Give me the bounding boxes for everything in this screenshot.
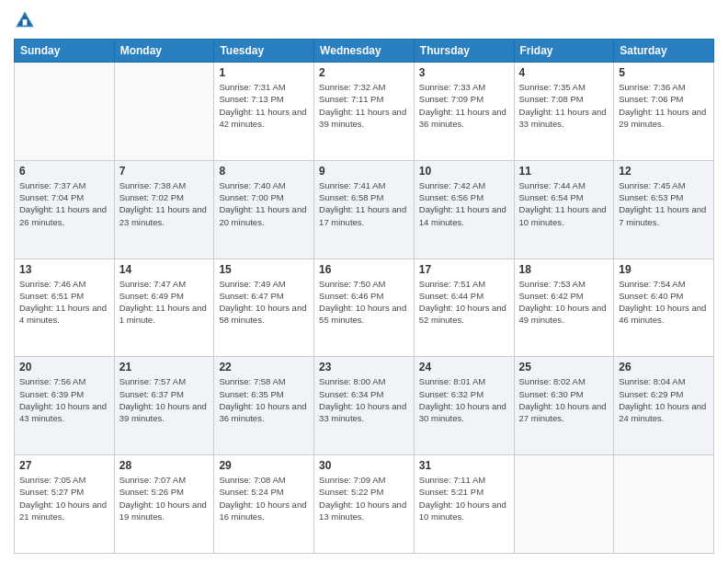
weekday-header-friday: Friday	[514, 40, 614, 63]
week-row-3: 13Sunrise: 7:46 AM Sunset: 6:51 PM Dayli…	[15, 259, 714, 357]
day-info: Sunrise: 7:40 AM Sunset: 7:00 PM Dayligh…	[219, 179, 309, 228]
calendar-cell: 4Sunrise: 7:35 AM Sunset: 7:08 PM Daylig…	[514, 63, 614, 161]
day-number: 31	[419, 459, 509, 472]
calendar-cell: 20Sunrise: 7:56 AM Sunset: 6:39 PM Dayli…	[15, 357, 115, 455]
day-number: 14	[119, 263, 210, 276]
calendar-cell: 27Sunrise: 7:05 AM Sunset: 5:27 PM Dayli…	[15, 455, 115, 554]
header	[14, 9, 714, 31]
logo	[14, 9, 40, 31]
calendar-cell: 6Sunrise: 7:37 AM Sunset: 7:04 PM Daylig…	[15, 160, 115, 259]
day-number: 7	[119, 165, 210, 178]
day-info: Sunrise: 8:04 AM Sunset: 6:29 PM Dayligh…	[619, 375, 709, 424]
day-number: 30	[319, 459, 409, 472]
day-number: 6	[19, 165, 109, 178]
week-row-2: 6Sunrise: 7:37 AM Sunset: 7:04 PM Daylig…	[15, 160, 714, 259]
day-info: Sunrise: 7:54 AM Sunset: 6:40 PM Dayligh…	[619, 278, 709, 327]
day-info: Sunrise: 7:05 AM Sunset: 5:27 PM Dayligh…	[19, 474, 109, 523]
day-info: Sunrise: 8:01 AM Sunset: 6:32 PM Dayligh…	[419, 375, 509, 424]
day-number: 21	[119, 361, 210, 373]
week-row-5: 27Sunrise: 7:05 AM Sunset: 5:27 PM Dayli…	[15, 455, 714, 554]
day-info: Sunrise: 7:37 AM Sunset: 7:04 PM Dayligh…	[19, 179, 109, 228]
calendar-cell	[15, 63, 115, 161]
calendar-cell: 25Sunrise: 8:02 AM Sunset: 6:30 PM Dayli…	[514, 357, 614, 455]
week-row-4: 20Sunrise: 7:56 AM Sunset: 6:39 PM Dayli…	[15, 357, 714, 455]
calendar-cell: 1Sunrise: 7:31 AM Sunset: 7:13 PM Daylig…	[214, 63, 314, 161]
weekday-header-monday: Monday	[114, 40, 214, 63]
day-number: 9	[319, 165, 409, 178]
day-number: 3	[419, 66, 509, 79]
weekday-header-wednesday: Wednesday	[314, 40, 415, 63]
day-info: Sunrise: 8:02 AM Sunset: 6:30 PM Dayligh…	[519, 375, 609, 424]
calendar-cell: 5Sunrise: 7:36 AM Sunset: 7:06 PM Daylig…	[614, 63, 714, 161]
calendar-cell	[514, 455, 614, 554]
calendar-cell: 3Sunrise: 7:33 AM Sunset: 7:09 PM Daylig…	[414, 63, 514, 161]
day-number: 11	[519, 165, 609, 178]
day-number: 23	[319, 361, 409, 373]
svg-rect-2	[23, 19, 28, 25]
calendar-cell	[614, 455, 714, 554]
day-info: Sunrise: 8:00 AM Sunset: 6:34 PM Dayligh…	[319, 375, 409, 424]
calendar-cell: 14Sunrise: 7:47 AM Sunset: 6:49 PM Dayli…	[114, 259, 214, 357]
day-number: 25	[519, 361, 609, 373]
day-info: Sunrise: 7:56 AM Sunset: 6:39 PM Dayligh…	[19, 375, 109, 424]
calendar-cell: 26Sunrise: 8:04 AM Sunset: 6:29 PM Dayli…	[614, 357, 714, 455]
weekday-header-row: SundayMondayTuesdayWednesdayThursdayFrid…	[15, 40, 714, 63]
day-info: Sunrise: 7:32 AM Sunset: 7:11 PM Dayligh…	[319, 81, 409, 130]
weekday-header-sunday: Sunday	[15, 40, 115, 63]
calendar-cell: 24Sunrise: 8:01 AM Sunset: 6:32 PM Dayli…	[414, 357, 514, 455]
calendar-cell: 13Sunrise: 7:46 AM Sunset: 6:51 PM Dayli…	[15, 259, 115, 357]
calendar-cell: 10Sunrise: 7:42 AM Sunset: 6:56 PM Dayli…	[414, 160, 514, 259]
day-number: 22	[219, 361, 309, 373]
day-number: 5	[619, 66, 709, 79]
day-number: 4	[519, 66, 609, 79]
day-number: 27	[19, 459, 109, 472]
calendar-cell: 23Sunrise: 8:00 AM Sunset: 6:34 PM Dayli…	[314, 357, 415, 455]
day-number: 29	[219, 459, 309, 472]
day-info: Sunrise: 7:51 AM Sunset: 6:44 PM Dayligh…	[419, 278, 509, 327]
day-info: Sunrise: 7:57 AM Sunset: 6:37 PM Dayligh…	[119, 375, 210, 424]
day-info: Sunrise: 7:33 AM Sunset: 7:09 PM Dayligh…	[419, 81, 509, 130]
calendar-table: SundayMondayTuesdayWednesdayThursdayFrid…	[14, 39, 714, 554]
calendar-cell: 29Sunrise: 7:08 AM Sunset: 5:24 PM Dayli…	[214, 455, 314, 554]
calendar-cell: 21Sunrise: 7:57 AM Sunset: 6:37 PM Dayli…	[114, 357, 214, 455]
day-number: 12	[619, 165, 709, 178]
day-info: Sunrise: 7:50 AM Sunset: 6:46 PM Dayligh…	[319, 278, 409, 327]
day-info: Sunrise: 7:07 AM Sunset: 5:26 PM Dayligh…	[119, 474, 210, 523]
day-info: Sunrise: 7:08 AM Sunset: 5:24 PM Dayligh…	[219, 474, 309, 523]
weekday-header-tuesday: Tuesday	[214, 40, 314, 63]
day-info: Sunrise: 7:35 AM Sunset: 7:08 PM Dayligh…	[519, 81, 609, 130]
calendar-cell: 9Sunrise: 7:41 AM Sunset: 6:58 PM Daylig…	[314, 160, 415, 259]
day-info: Sunrise: 7:44 AM Sunset: 6:54 PM Dayligh…	[519, 179, 609, 228]
weekday-header-thursday: Thursday	[414, 40, 514, 63]
calendar-cell: 8Sunrise: 7:40 AM Sunset: 7:00 PM Daylig…	[214, 160, 314, 259]
day-number: 1	[219, 66, 309, 79]
day-number: 8	[219, 165, 309, 178]
day-info: Sunrise: 7:58 AM Sunset: 6:35 PM Dayligh…	[219, 375, 309, 424]
day-number: 17	[419, 263, 509, 276]
day-number: 26	[619, 361, 709, 373]
day-number: 10	[419, 165, 509, 178]
calendar-cell: 31Sunrise: 7:11 AM Sunset: 5:21 PM Dayli…	[414, 455, 514, 554]
calendar-cell: 17Sunrise: 7:51 AM Sunset: 6:44 PM Dayli…	[414, 259, 514, 357]
calendar-cell: 15Sunrise: 7:49 AM Sunset: 6:47 PM Dayli…	[214, 259, 314, 357]
day-number: 18	[519, 263, 609, 276]
day-info: Sunrise: 7:53 AM Sunset: 6:42 PM Dayligh…	[519, 278, 609, 327]
day-info: Sunrise: 7:49 AM Sunset: 6:47 PM Dayligh…	[219, 278, 309, 327]
day-info: Sunrise: 7:41 AM Sunset: 6:58 PM Dayligh…	[319, 179, 409, 228]
calendar-cell: 19Sunrise: 7:54 AM Sunset: 6:40 PM Dayli…	[614, 259, 714, 357]
day-info: Sunrise: 7:42 AM Sunset: 6:56 PM Dayligh…	[419, 179, 509, 228]
day-info: Sunrise: 7:11 AM Sunset: 5:21 PM Dayligh…	[419, 474, 509, 523]
page: SundayMondayTuesdayWednesdayThursdayFrid…	[0, 0, 728, 563]
calendar-cell: 12Sunrise: 7:45 AM Sunset: 6:53 PM Dayli…	[614, 160, 714, 259]
day-number: 16	[319, 263, 409, 276]
calendar-cell: 16Sunrise: 7:50 AM Sunset: 6:46 PM Dayli…	[314, 259, 415, 357]
weekday-header-saturday: Saturday	[614, 40, 714, 63]
day-number: 28	[119, 459, 210, 472]
day-number: 15	[219, 263, 309, 276]
day-info: Sunrise: 7:09 AM Sunset: 5:22 PM Dayligh…	[319, 474, 409, 523]
day-info: Sunrise: 7:47 AM Sunset: 6:49 PM Dayligh…	[119, 278, 210, 327]
logo-icon	[14, 9, 36, 31]
calendar-cell: 7Sunrise: 7:38 AM Sunset: 7:02 PM Daylig…	[114, 160, 214, 259]
calendar-cell: 18Sunrise: 7:53 AM Sunset: 6:42 PM Dayli…	[514, 259, 614, 357]
calendar-cell	[114, 63, 214, 161]
